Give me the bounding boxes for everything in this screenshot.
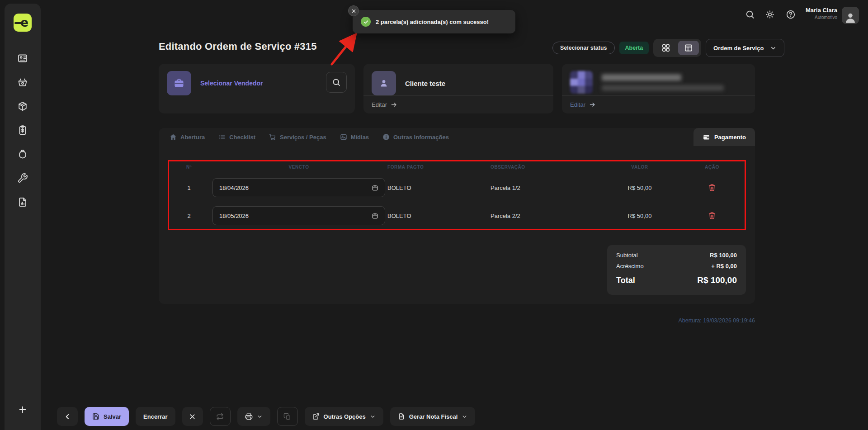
tab-servicos-pecas[interactable]: Serviços / Peças bbox=[269, 133, 326, 141]
chevron-left-icon bbox=[64, 413, 71, 421]
tab-midias[interactable]: Mídias bbox=[340, 133, 369, 141]
client-edit-link[interactable]: Editar bbox=[363, 95, 553, 113]
tab-abertura[interactable]: Abertura bbox=[170, 133, 205, 141]
tab-label: Pagamento bbox=[714, 134, 746, 141]
search-button[interactable] bbox=[745, 9, 755, 19]
chevron-down-icon bbox=[257, 414, 263, 420]
blurred-icon bbox=[570, 71, 593, 94]
cancel-button[interactable] bbox=[182, 407, 203, 426]
due-date-input[interactable]: 18/05/2026 bbox=[212, 206, 385, 225]
table-row: 1 18/04/2026 BOLETO Parcela 1/2 R$ 50,00 bbox=[168, 174, 746, 202]
avatar[interactable] bbox=[842, 7, 859, 24]
opened-at-note: Abertura: 19/03/2026 09:19:46 bbox=[610, 317, 755, 324]
tab-label: Outras Informações bbox=[393, 134, 449, 141]
col-header-num: Nº bbox=[168, 165, 210, 170]
client-icon-box bbox=[372, 71, 396, 95]
col-header-action: AÇÃO bbox=[678, 165, 746, 170]
sidebar-item-finance[interactable] bbox=[17, 149, 28, 159]
col-header-note: OBSERVAÇÃO bbox=[491, 165, 601, 170]
row-num: 1 bbox=[168, 184, 210, 191]
select-status-button[interactable]: Selecionar status bbox=[552, 42, 615, 54]
sidebar: e bbox=[5, 4, 41, 430]
print-button[interactable] bbox=[237, 407, 270, 426]
user-icon bbox=[378, 78, 389, 89]
sidebar-item-reports[interactable] bbox=[17, 197, 28, 207]
trash-icon bbox=[708, 184, 716, 192]
close-order-button[interactable]: Encerrar bbox=[136, 407, 175, 426]
subtotal-value: R$ 100,00 bbox=[710, 252, 737, 259]
logo-bar bbox=[14, 22, 23, 24]
contact-card-icon bbox=[17, 53, 28, 64]
basket-icon bbox=[17, 77, 28, 88]
vendor-card-label: Selecionar Vendedor bbox=[200, 80, 263, 87]
total-value: R$ 100,00 bbox=[697, 275, 737, 285]
vendor-search-button[interactable] bbox=[326, 72, 347, 93]
vendor-card[interactable]: Selecionar Vendedor bbox=[159, 64, 355, 113]
app-logo[interactable]: e bbox=[14, 14, 32, 32]
calendar-icon[interactable] bbox=[372, 213, 378, 219]
generate-invoice-button[interactable]: Gerar Nota Fiscal bbox=[390, 407, 476, 426]
success-toast: 2 parcela(s) adicionada(s) com sucesso! bbox=[353, 10, 515, 33]
tab-checklist[interactable]: Checklist bbox=[218, 133, 255, 141]
tab-label: Checklist bbox=[229, 134, 255, 141]
duplicate-button[interactable] bbox=[277, 407, 298, 426]
info-icon bbox=[382, 133, 390, 141]
sidebar-item-services[interactable] bbox=[17, 173, 28, 183]
arrow-right-icon bbox=[589, 101, 596, 108]
payment-method: BOLETO bbox=[387, 184, 491, 191]
image-icon bbox=[340, 133, 347, 141]
tab-pagamento[interactable]: Pagamento bbox=[693, 128, 755, 146]
cart-icon bbox=[269, 133, 276, 141]
toast-close-button[interactable] bbox=[348, 5, 359, 16]
save-button[interactable]: Salvar bbox=[85, 407, 129, 426]
success-check-badge bbox=[361, 17, 371, 27]
col-header-due: VENCTO bbox=[210, 165, 387, 170]
due-date-input[interactable]: 18/04/2026 bbox=[212, 178, 385, 197]
subtotal-label: Subtotal bbox=[616, 252, 638, 259]
payment-table-header: Nº VENCTO FORMA PAGTO OBSERVAÇÃO VALOR A… bbox=[168, 160, 746, 174]
other-options-button[interactable]: Outras Opções bbox=[305, 407, 383, 426]
tab-outras-informacoes[interactable]: Outras Informações bbox=[382, 133, 449, 141]
delete-row-button[interactable] bbox=[704, 180, 720, 195]
sidebar-item-contacts[interactable] bbox=[17, 53, 28, 63]
payment-note: Parcela 1/2 bbox=[491, 184, 601, 191]
bottom-toolbar: Salvar Encerrar Outras Opções Gerar Nota… bbox=[57, 407, 475, 426]
delete-row-button[interactable] bbox=[704, 208, 720, 223]
repeat-icon bbox=[216, 413, 224, 421]
table-view-button[interactable] bbox=[678, 41, 699, 55]
repeat-button[interactable] bbox=[210, 407, 231, 426]
sidebar-item-sales[interactable] bbox=[17, 77, 28, 87]
hidden-edit-label: Editar bbox=[570, 101, 585, 108]
payment-method: BOLETO bbox=[387, 213, 491, 219]
surcharge-label: Acréscimo bbox=[616, 263, 644, 269]
due-date-value: 18/04/2026 bbox=[219, 184, 249, 191]
tab-bar: Abertura Checklist Serviços / Peças Mídi… bbox=[159, 128, 755, 146]
client-name: Cliente teste bbox=[405, 80, 445, 87]
sidebar-item-products[interactable] bbox=[17, 101, 28, 111]
user-avatar-icon bbox=[844, 11, 857, 24]
order-type-label: Ordem de Serviço bbox=[713, 45, 764, 52]
sidebar-add-button[interactable] bbox=[5, 405, 41, 415]
file-text-icon bbox=[398, 413, 405, 420]
sidebar-item-orders[interactable] bbox=[17, 125, 28, 135]
toast-message: 2 parcela(s) adicionada(s) com sucesso! bbox=[376, 19, 489, 25]
arrow-right-icon bbox=[391, 101, 397, 108]
row-num: 2 bbox=[168, 213, 210, 219]
chevron-down-icon bbox=[462, 414, 467, 420]
user-menu[interactable]: Maria Clara Automotivo bbox=[763, 7, 837, 20]
back-button[interactable] bbox=[57, 407, 78, 426]
external-link-icon bbox=[312, 413, 320, 420]
blurred-text bbox=[602, 74, 724, 91]
table-view-icon bbox=[684, 43, 693, 52]
user-role: Automotivo bbox=[763, 15, 837, 20]
calendar-icon[interactable] bbox=[372, 184, 378, 191]
grid-view-button[interactable] bbox=[656, 41, 676, 55]
table-row: 2 18/05/2026 BOLETO Parcela 2/2 R$ 50,00 bbox=[168, 202, 746, 230]
search-icon bbox=[745, 9, 755, 19]
chevron-down-icon bbox=[770, 45, 777, 52]
wrench-icon bbox=[17, 173, 28, 184]
order-type-dropdown[interactable]: Ordem de Serviço bbox=[706, 39, 784, 57]
blurred-title-line bbox=[602, 74, 681, 81]
hidden-edit-link[interactable]: Editar bbox=[562, 95, 755, 113]
total-label: Total bbox=[616, 276, 635, 285]
